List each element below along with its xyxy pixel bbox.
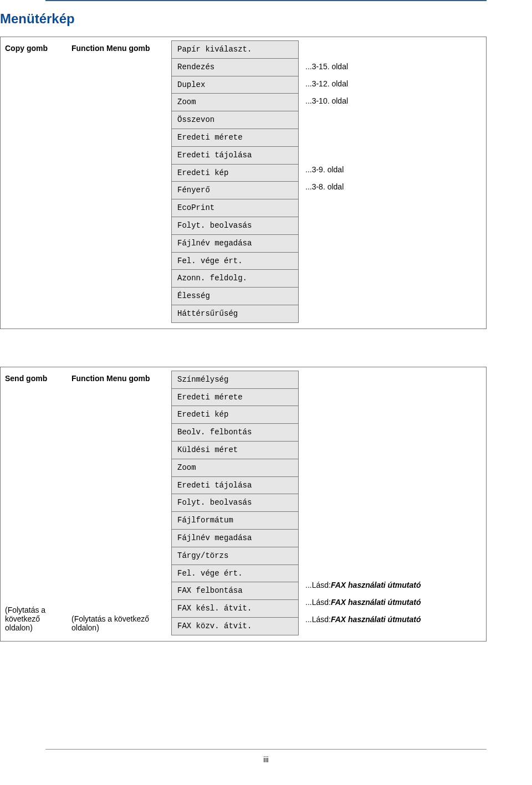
page-ref: ...Lásd: FAX használati útmutató xyxy=(299,577,482,594)
menu-item: Fényerő xyxy=(172,182,298,199)
continuation-note-a: (Folytatás a következő oldalon) xyxy=(5,602,71,635)
page-ref xyxy=(299,126,482,143)
top-rule xyxy=(45,0,487,1)
page-ref xyxy=(299,560,482,577)
continuation-note-b: (Folytatás a következő oldalon) xyxy=(71,611,171,635)
copy-menu-block: Copy gomb Function Menu gomb Papír kivál… xyxy=(0,37,487,329)
ref-prefix: ...Lásd: xyxy=(305,581,331,589)
ref-prefix: ...Lásd: xyxy=(305,615,331,624)
page-ref xyxy=(299,40,482,58)
page-ref xyxy=(299,264,482,281)
menu-item: Színmélység xyxy=(172,371,298,389)
page-ref xyxy=(299,229,482,247)
footer-rule xyxy=(45,749,487,750)
page-ref xyxy=(299,422,482,439)
menu-item: Fel. vége ért. xyxy=(172,565,298,583)
menu-item: Folyt. beolvasás xyxy=(172,217,298,235)
page-ref: ...Lásd: FAX használati útmutató xyxy=(299,611,482,628)
page-ref xyxy=(299,247,482,264)
page-ref xyxy=(299,212,482,229)
send-menu-block: Send gomb Function Menu gomb Színmélység… xyxy=(0,367,487,642)
menu-item: Eredeti mérete xyxy=(172,389,298,407)
menu-item: FAX közv. átvit. xyxy=(172,618,298,635)
col-function-menu-gomb-2: Function Menu gomb xyxy=(71,374,168,383)
menu-item: Tárgy/törzs xyxy=(172,547,298,565)
menu-item: Zoom xyxy=(172,459,298,477)
menu-item: FAX felbontása xyxy=(172,582,298,600)
page-ref xyxy=(299,281,482,298)
menu-item: Fel. vége ért. xyxy=(172,253,298,270)
page-ref xyxy=(299,508,482,525)
col-copy-gomb: Copy gomb xyxy=(5,40,71,56)
page-ref: ...3-8. oldal xyxy=(299,178,482,195)
menu-item: Eredeti tájolása xyxy=(172,147,298,165)
page-ref xyxy=(299,405,482,422)
send-menu-list: SzínmélységEredeti méreteEredeti képBeol… xyxy=(171,371,299,635)
menu-item: Eredeti tájolása xyxy=(172,477,298,495)
page-title: Menütérkép xyxy=(0,11,487,27)
menu-item: Élesség xyxy=(172,288,298,305)
page-ref xyxy=(299,109,482,126)
page-ref xyxy=(299,143,482,161)
col-function-menu-gomb: Function Menu gomb xyxy=(71,40,171,56)
menu-item: Duplex xyxy=(172,76,298,94)
menu-item: Fájlnév megadása xyxy=(172,235,298,253)
menu-item: Zoom xyxy=(172,94,298,111)
page-ref xyxy=(299,525,482,542)
menu-item: Eredeti kép xyxy=(172,165,298,182)
menu-item: Háttérsűrűség xyxy=(172,305,298,323)
ref-title: FAX használati útmutató xyxy=(331,615,421,624)
menu-item: Rendezés xyxy=(172,59,298,76)
menu-item: Folyt. beolvasás xyxy=(172,494,298,512)
col-send-gomb: Send gomb xyxy=(5,374,68,383)
page-ref xyxy=(299,474,482,491)
menu-item: Fájlnév megadása xyxy=(172,530,298,547)
menu-item: Eredeti mérete xyxy=(172,129,298,147)
menu-item: Papír kiválaszt. xyxy=(172,41,298,59)
page-ref xyxy=(299,491,482,508)
page-ref xyxy=(299,439,482,456)
page-ref xyxy=(299,195,482,212)
page-ref xyxy=(299,388,482,405)
ref-title: FAX használati útmutató xyxy=(331,581,421,589)
menu-item: Azonn. feldolg. xyxy=(172,270,298,288)
page-ref: ...3-15. oldal xyxy=(299,58,482,75)
page-ref xyxy=(299,298,482,315)
page-ref xyxy=(299,371,482,388)
menu-item: Összevon xyxy=(172,111,298,129)
copy-menu-list: Papír kiválaszt.RendezésDuplexZoomÖsszev… xyxy=(171,40,299,323)
menu-item: Küldési méret xyxy=(172,442,298,459)
page-ref xyxy=(299,542,482,560)
menu-item: Eredeti kép xyxy=(172,406,298,424)
page-ref: ...3-10. oldal xyxy=(299,92,482,109)
page-ref: ...3-12. oldal xyxy=(299,75,482,92)
menu-item: Fájlformátum xyxy=(172,512,298,530)
page-ref: ...3-9. oldal xyxy=(299,161,482,178)
page-ref xyxy=(299,456,482,474)
menu-item: FAX késl. átvit. xyxy=(172,600,298,618)
page-number: iii xyxy=(0,755,532,764)
menu-item: EcoPrint xyxy=(172,199,298,217)
menu-item: Beolv. felbontás xyxy=(172,424,298,442)
